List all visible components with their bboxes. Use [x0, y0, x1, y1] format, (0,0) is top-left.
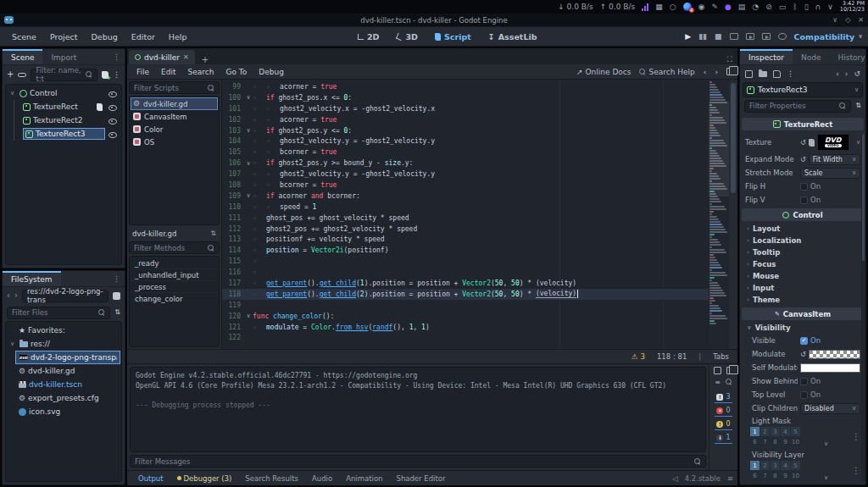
prop-show-behind[interactable]: Show Behind ... On — [742, 374, 864, 388]
prop-flip-h[interactable]: Flip H On — [742, 180, 864, 193]
chevron-down-icon[interactable]: ∨ — [824, 440, 828, 447]
scene-node-texturerect3[interactable]: TextureRect3 — [7, 127, 120, 141]
shield-icon[interactable]: ● — [725, 3, 732, 11]
code-line-114[interactable]: 114»position = Vector2i(positionf) — [222, 245, 709, 256]
pause-circle-icon[interactable]: ◔ — [752, 3, 759, 11]
filter-messages-input[interactable]: Filter Messages — [130, 455, 706, 468]
layer-cell-5[interactable]: 5 — [791, 461, 800, 470]
bluetooth-icon[interactable]: ᛒ — [793, 3, 797, 11]
menu-editor[interactable]: Editor — [125, 32, 162, 42]
file-dvd-logo[interactable]: DVD dvd-2-logo-png-transparent.... — [15, 351, 120, 364]
layer-cell-5[interactable]: 5 — [791, 427, 800, 436]
layer-cell-7[interactable]: 7 — [760, 471, 770, 480]
add-node-button[interactable]: + — [7, 70, 14, 79]
file-dvd-killer-tscn[interactable]: dvd-killer.tscn — [7, 378, 120, 391]
tray-chevron-icon[interactable]: ∨ — [827, 3, 833, 11]
group-localization[interactable]: ›Localization — [742, 235, 864, 246]
file-dvd-killer-gd[interactable]: ⚙ dvd-killer.gd — [7, 364, 120, 378]
code-line-118[interactable]: 118»get_parent().get_child(2).position =… — [222, 289, 709, 300]
section-control[interactable]: Control — [742, 208, 864, 221]
bell-icon[interactable]: ○ — [670, 3, 676, 11]
copy-output-icon[interactable] — [726, 367, 734, 374]
layer-options-icon[interactable]: ⋮ — [852, 466, 860, 475]
layer-cell-4[interactable]: 4 — [781, 461, 790, 470]
section-texturerect[interactable]: TextureRect — [742, 118, 864, 130]
flip-h-checkbox[interactable] — [800, 183, 808, 191]
script-menu-debug[interactable]: Debug — [253, 68, 290, 76]
file-export-presets[interactable]: ⚙ export_presets.cfg — [7, 391, 120, 405]
favorite-toggle-icon[interactable] — [113, 292, 120, 300]
scrollbar-thumb[interactable] — [862, 134, 865, 261]
code-line-108[interactable]: 108»»bcorner = true — [222, 180, 709, 191]
tab-shader-editor[interactable]: Shader Editor — [389, 474, 452, 483]
stop-button[interactable]: ■ — [715, 32, 722, 41]
prop-expand-mode[interactable]: Expand Mode ↺Fit Width∨ — [742, 152, 864, 166]
workspace-3d[interactable]: 3D — [388, 32, 427, 42]
fs-filter-input[interactable]: Filter Files — [7, 307, 110, 319]
layer-options-icon[interactable]: ⋮ — [852, 432, 860, 441]
scene-tree-options-icon[interactable]: ⋮ — [113, 70, 120, 79]
editor-scrollbar[interactable] — [729, 80, 737, 349]
script-forward-icon[interactable]: › — [715, 68, 718, 76]
layer-cell-8[interactable]: 8 — [771, 471, 780, 480]
attach-script-button[interactable] — [102, 71, 108, 79]
pause-button[interactable]: ▮▮ — [698, 32, 707, 41]
load-resource-icon[interactable] — [759, 71, 767, 77]
layer-cell-1[interactable]: 1 — [750, 461, 760, 470]
script-attached-icon[interactable] — [97, 103, 103, 111]
prop-visible[interactable]: Visible ✓On — [742, 334, 864, 347]
file-icon-svg[interactable]: icon.svg — [7, 405, 120, 418]
code-line-109[interactable]: 109∨»if acorner and bcorner: — [222, 191, 709, 202]
script-menu-edit[interactable]: Edit — [155, 68, 181, 76]
code-line-121[interactable]: 121»modulate = Color.from_hsv(randf(), 1… — [222, 322, 709, 333]
layer-cell-10[interactable]: 10 — [791, 437, 800, 446]
menu-scene[interactable]: Scene — [5, 32, 43, 42]
group-tooltip[interactable]: ›Tooltip — [742, 246, 864, 258]
method-ready[interactable]: _ready — [131, 257, 218, 269]
workspace-2d[interactable]: 2D — [349, 32, 388, 42]
group-mouse[interactable]: ›Mouse — [742, 270, 864, 282]
code-line-101[interactable]: 101»»ghost2_velocity.x = -ghost2_velocit… — [222, 103, 709, 114]
window-title-bar[interactable]: dvd-killer.tscn - dvd-killer - Godot Eng… — [0, 14, 868, 26]
fs-back-icon[interactable]: ‹ — [7, 291, 10, 300]
visibility-eye-icon[interactable] — [108, 130, 117, 138]
movie-mode-button[interactable] — [778, 33, 787, 40]
revert-icon[interactable]: ↺ — [800, 351, 806, 358]
script-back-icon[interactable]: ‹ — [704, 68, 707, 76]
distraction-free-icon[interactable]: ⛶ — [722, 55, 737, 64]
code-line-113[interactable]: 113»positionf += velocity * speed — [222, 234, 709, 245]
prop-flip-v[interactable]: Flip V On — [742, 193, 864, 207]
group-layout[interactable]: ›Layout — [742, 223, 864, 235]
menu-help[interactable]: Help — [162, 32, 194, 42]
collapse-tree-icon[interactable]: ≡ — [715, 379, 721, 386]
visibility-eye-icon[interactable] — [108, 89, 117, 97]
expand-panel-icon[interactable]: ≡ — [727, 474, 733, 483]
fold-arrow-icon[interactable]: ∨ — [244, 192, 253, 199]
scene-filter-input[interactable]: Filter: name, t:t — [31, 69, 97, 81]
visibility-eye-icon[interactable] — [108, 116, 117, 125]
dock-options-icon[interactable]: ⋮ — [108, 274, 125, 283]
close-button[interactable]: ✕ — [858, 16, 864, 24]
new-tab-button[interactable]: + — [195, 55, 215, 64]
wifi-icon[interactable]: ∩ — [815, 3, 821, 11]
warnings-toggle[interactable]: !0 — [715, 419, 732, 430]
layer-cell-1[interactable]: 1 — [750, 427, 760, 436]
errors-toggle[interactable]: ✕0 — [715, 406, 732, 417]
method-change-color[interactable]: change_color — [131, 293, 218, 305]
clip-children-select[interactable]: Disabled∨ — [800, 403, 860, 414]
maximize-button[interactable]: ◇ — [845, 16, 850, 24]
group-focus[interactable]: ›Focus — [742, 258, 864, 270]
code-line-117[interactable]: 117»get_parent().get_child(1).position =… — [222, 278, 709, 289]
code-line-107[interactable]: 107»»ghost2_velocity.y = -ghost2_velocit… — [222, 169, 709, 180]
property-sort-icon[interactable]: ⇅ — [855, 102, 861, 110]
revert-icon[interactable]: ↺ — [800, 139, 806, 147]
tab-import[interactable]: Import — [42, 49, 85, 64]
fs-path[interactable]: res://dvd-2-logo-png-trans — [22, 290, 108, 302]
fs-sort-icon[interactable]: ⇅ — [114, 308, 120, 317]
revert-icon[interactable]: ↺ — [800, 156, 806, 163]
light-mask-editor[interactable]: 12345678910 ∨ ⋮ — [742, 426, 864, 449]
renderer-select[interactable]: Compatibility∨ — [794, 32, 863, 42]
filter-scripts-input[interactable]: Filter Scripts — [129, 81, 220, 94]
float-window-icon[interactable] — [726, 68, 734, 75]
layer-cell-8[interactable]: 8 — [771, 437, 780, 446]
